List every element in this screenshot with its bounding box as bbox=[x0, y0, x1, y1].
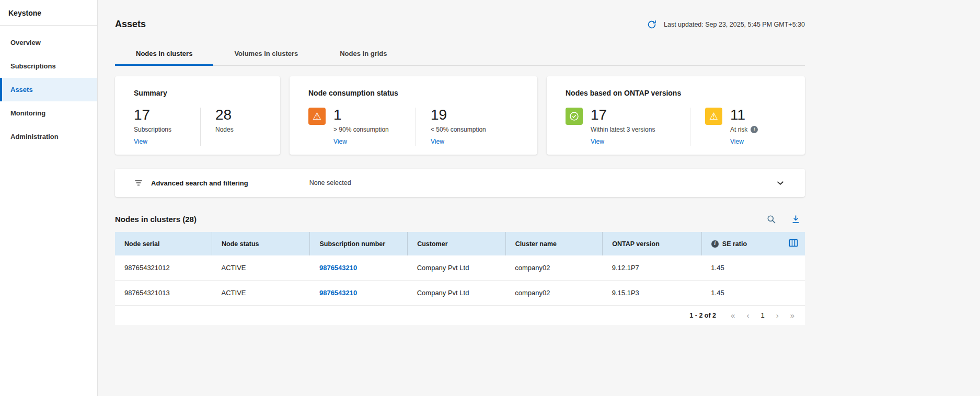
high-consumption-stat: 1 > 90% consumption View bbox=[308, 108, 416, 146]
app-window: Keystone Overview Subscriptions Assets M… bbox=[0, 0, 980, 396]
sidebar: Keystone Overview Subscriptions Assets M… bbox=[0, 0, 98, 396]
cell-cluster-name: company02 bbox=[505, 255, 602, 281]
cell-subscription-number: 9876543210 bbox=[310, 255, 408, 281]
nodes-table: Node serial Node status Subscription num… bbox=[115, 232, 805, 306]
nodes-label: Nodes bbox=[215, 126, 234, 133]
column-header-subscription-number: Subscription number bbox=[310, 232, 408, 255]
pagination-range: 1 - 2 of 2 bbox=[689, 312, 716, 319]
subscription-number-link[interactable]: 9876543210 bbox=[319, 264, 357, 272]
cell-customer: Company Pvt Ltd bbox=[408, 281, 506, 306]
filter-status-text: None selected bbox=[309, 179, 351, 187]
sidebar-item-assets[interactable]: Assets bbox=[0, 78, 97, 101]
info-icon[interactable] bbox=[751, 126, 758, 133]
table-header-row: Node serial Node status Subscription num… bbox=[115, 232, 805, 255]
subscriptions-label: Subscriptions bbox=[134, 126, 171, 133]
tab-bar: Nodes in clusters Volumes in clusters No… bbox=[115, 43, 805, 66]
column-picker-cell bbox=[779, 232, 805, 255]
sidebar-item-subscriptions[interactable]: Subscriptions bbox=[0, 54, 97, 78]
stat-divider bbox=[200, 108, 201, 146]
at-risk-stat: 11 At risk View bbox=[705, 108, 758, 146]
column-header-se-ratio: SE ratio bbox=[701, 232, 779, 255]
subscriptions-count: 17 bbox=[134, 108, 171, 122]
high-consumption-count: 1 bbox=[333, 108, 389, 122]
cell-node-status: ACTIVE bbox=[212, 281, 310, 306]
column-picker-icon bbox=[788, 238, 799, 248]
subscriptions-view-link[interactable]: View bbox=[134, 138, 147, 145]
low-consumption-view-link[interactable]: View bbox=[431, 138, 444, 145]
low-consumption-stat: 19 < 50% consumption View bbox=[431, 108, 486, 146]
last-updated-text: Last updated: Sep 23, 2025, 5:45 PM GMT+… bbox=[664, 21, 805, 28]
filter-icon bbox=[134, 178, 143, 188]
warning-triangle-icon bbox=[308, 108, 326, 125]
cell-cluster-name: company02 bbox=[505, 281, 602, 306]
table-row[interactable]: 987654321013 ACTIVE 9876543210 Company P… bbox=[115, 281, 805, 306]
page-header: Assets Last updated: Sep 23, 2025, 5:45 … bbox=[115, 0, 805, 30]
cell-node-status: ACTIVE bbox=[212, 255, 310, 281]
cell-node-serial: 987654321013 bbox=[115, 281, 212, 306]
node-consumption-card-title: Node consumption status bbox=[308, 89, 518, 97]
cell-se-ratio: 1.45 bbox=[701, 281, 779, 306]
sidebar-item-monitoring[interactable]: Monitoring bbox=[0, 101, 97, 125]
summary-card-title: Summary bbox=[134, 89, 261, 97]
column-picker-button[interactable] bbox=[788, 238, 799, 248]
chevron-down-icon[interactable] bbox=[775, 177, 786, 189]
refresh-icon bbox=[647, 19, 657, 30]
latest-versions-count: 17 bbox=[591, 108, 655, 122]
cell-subscription-number: 9876543210 bbox=[310, 281, 408, 306]
download-icon bbox=[791, 214, 801, 224]
stat-divider bbox=[416, 108, 416, 146]
sidebar-item-overview[interactable]: Overview bbox=[0, 31, 97, 54]
at-risk-view-link[interactable]: View bbox=[730, 138, 744, 145]
ontap-versions-card-title: Nodes based on ONTAP versions bbox=[566, 89, 786, 97]
column-header-node-serial: Node serial bbox=[115, 232, 212, 255]
tab-volumes-in-clusters[interactable]: Volumes in clusters bbox=[213, 43, 319, 66]
check-circle-icon bbox=[566, 108, 583, 125]
low-consumption-count: 19 bbox=[431, 108, 486, 122]
tab-nodes-in-grids[interactable]: Nodes in grids bbox=[319, 43, 408, 66]
table-section-header: Nodes in clusters (28) bbox=[115, 214, 805, 224]
pagination-next-icon[interactable]: › bbox=[776, 311, 779, 319]
last-updated-group: Last updated: Sep 23, 2025, 5:45 PM GMT+… bbox=[647, 19, 805, 30]
pagination-prev-icon[interactable]: ‹ bbox=[746, 311, 749, 319]
latest-versions-stat: 17 Within latest 3 versions View bbox=[566, 108, 690, 146]
nodes-count: 28 bbox=[215, 108, 234, 122]
cell-customer: Company Pvt Ltd bbox=[408, 255, 506, 281]
warning-triangle-icon bbox=[705, 108, 722, 125]
at-risk-count: 11 bbox=[730, 108, 758, 122]
high-consumption-label: > 90% consumption bbox=[333, 126, 389, 133]
column-header-customer: Customer bbox=[408, 232, 506, 255]
main-area: Assets Last updated: Sep 23, 2025, 5:45 … bbox=[98, 0, 980, 396]
low-consumption-label: < 50% consumption bbox=[431, 126, 486, 133]
column-header-node-status: Node status bbox=[212, 232, 310, 255]
info-icon[interactable] bbox=[711, 240, 719, 248]
summary-card: Summary 17 Subscriptions View bbox=[115, 76, 280, 155]
refresh-button[interactable] bbox=[647, 19, 657, 30]
nodes-stat: 28 Nodes bbox=[215, 108, 234, 133]
pagination-first-icon[interactable]: « bbox=[731, 311, 735, 319]
brand-keystone: Keystone bbox=[0, 0, 97, 26]
pagination-current-page[interactable]: 1 bbox=[760, 311, 764, 319]
column-header-cluster-name: Cluster name bbox=[505, 232, 602, 255]
table-section-title: Nodes in clusters (28) bbox=[115, 215, 197, 224]
pagination-last-icon[interactable]: » bbox=[790, 311, 794, 319]
latest-versions-view-link[interactable]: View bbox=[591, 138, 604, 145]
search-icon bbox=[766, 214, 776, 224]
table-row[interactable]: 987654321012 ACTIVE 9876543210 Company P… bbox=[115, 255, 805, 281]
subscriptions-stat: 17 Subscriptions View bbox=[134, 108, 200, 146]
advanced-search-label: Advanced search and filtering bbox=[151, 179, 248, 187]
download-button[interactable] bbox=[791, 214, 801, 224]
sidebar-item-administration[interactable]: Administration bbox=[0, 125, 97, 148]
advanced-search-bar[interactable]: Advanced search and filtering None selec… bbox=[115, 169, 805, 197]
subscription-number-link[interactable]: 9876543210 bbox=[319, 289, 357, 297]
pagination-bar: 1 - 2 of 2 « ‹ 1 › » bbox=[115, 306, 805, 325]
cell-ontap-version: 9.12.1P7 bbox=[603, 255, 702, 281]
search-button[interactable] bbox=[766, 214, 776, 224]
latest-versions-label: Within latest 3 versions bbox=[591, 126, 655, 133]
cell-se-ratio: 1.45 bbox=[701, 255, 779, 281]
page-title: Assets bbox=[115, 19, 146, 30]
tab-nodes-in-clusters[interactable]: Nodes in clusters bbox=[115, 43, 213, 66]
ontap-versions-card: Nodes based on ONTAP versions 17 bbox=[547, 76, 805, 155]
at-risk-label: At risk bbox=[730, 126, 747, 133]
column-header-ontap-version: ONTAP version bbox=[603, 232, 702, 255]
high-consumption-view-link[interactable]: View bbox=[333, 138, 347, 145]
